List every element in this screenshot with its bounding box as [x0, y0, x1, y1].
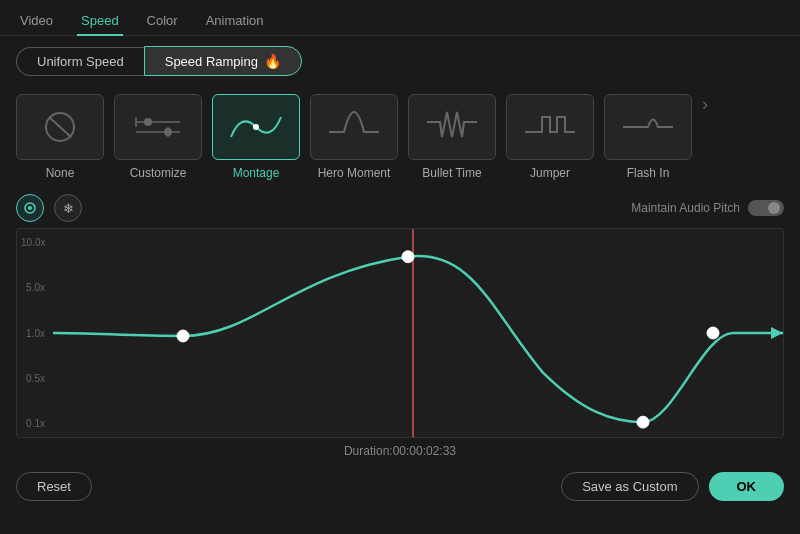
scroll-right-arrow[interactable]: ›	[702, 94, 708, 135]
preset-bullet-time[interactable]: Bullet Time	[408, 94, 496, 180]
save-custom-button[interactable]: Save as Custom	[561, 472, 698, 501]
toggle-knob	[768, 202, 780, 214]
preset-montage[interactable]: Montage	[212, 94, 300, 180]
preset-customize-box	[114, 94, 202, 160]
preset-bullet-time-box	[408, 94, 496, 160]
y-label-1x: 1.0x	[21, 328, 49, 339]
preset-customize[interactable]: Customize	[114, 94, 202, 180]
y-axis-labels: 10.0x 5.0x 1.0x 0.5x 0.1x	[17, 229, 53, 437]
graph-canvas[interactable]	[53, 229, 783, 437]
svg-point-8	[253, 124, 259, 130]
preset-customize-label: Customize	[130, 166, 187, 180]
svg-point-10	[28, 206, 32, 210]
y-label-05x: 0.5x	[21, 373, 49, 384]
presets-row: None Customize Montage	[0, 86, 800, 188]
top-tabs: Video Speed Color Animation	[0, 0, 800, 36]
preset-jumper-label: Jumper	[530, 166, 570, 180]
svg-point-19	[637, 416, 649, 428]
action-buttons: Save as Custom OK	[561, 472, 784, 501]
preset-montage-label: Montage	[233, 166, 280, 180]
preset-hero-moment-box	[310, 94, 398, 160]
maintain-audio-label: Maintain Audio Pitch	[631, 200, 784, 216]
preset-jumper[interactable]: Jumper	[506, 94, 594, 180]
bottom-bar: Reset Save as Custom OK	[0, 464, 800, 509]
ok-button[interactable]: OK	[709, 472, 785, 501]
speed-ramping-button[interactable]: Speed Ramping 🔥	[144, 46, 302, 76]
tab-animation[interactable]: Animation	[202, 7, 268, 36]
uniform-speed-button[interactable]: Uniform Speed	[16, 47, 144, 76]
preset-hero-moment-label: Hero Moment	[318, 166, 391, 180]
preset-none-label: None	[46, 166, 75, 180]
duration-bar: Duration:00:00:02:33	[0, 438, 800, 464]
svg-point-20	[707, 327, 719, 339]
y-label-01x: 0.1x	[21, 418, 49, 429]
tab-color[interactable]: Color	[143, 7, 182, 36]
reset-button[interactable]: Reset	[16, 472, 92, 501]
controls-row: ❄ Maintain Audio Pitch	[0, 188, 800, 228]
freeze-frame-button[interactable]: ❄	[54, 194, 82, 222]
preset-flash-in-box	[604, 94, 692, 160]
svg-line-1	[49, 117, 71, 137]
preset-none[interactable]: None	[16, 94, 104, 180]
svg-point-17	[177, 330, 189, 342]
maintain-audio-toggle[interactable]	[748, 200, 784, 216]
preset-flash-in-label: Flash In	[627, 166, 670, 180]
curve-tool-button[interactable]	[16, 194, 44, 222]
graph-area: 10.0x 5.0x 1.0x 0.5x 0.1x	[16, 228, 784, 438]
duration-text: Duration:00:00:02:33	[344, 444, 456, 458]
tab-video[interactable]: Video	[16, 7, 57, 36]
preset-montage-box	[212, 94, 300, 160]
preset-bullet-time-label: Bullet Time	[422, 166, 481, 180]
preset-jumper-box	[506, 94, 594, 160]
snowflake-icon: ❄	[63, 201, 74, 216]
svg-point-4	[144, 118, 152, 126]
mode-selector: Uniform Speed Speed Ramping 🔥	[0, 36, 800, 86]
y-label-10x: 10.0x	[21, 237, 49, 248]
preset-hero-moment[interactable]: Hero Moment	[310, 94, 398, 180]
fire-icon: 🔥	[264, 53, 281, 69]
tab-speed[interactable]: Speed	[77, 7, 123, 36]
preset-none-box	[16, 94, 104, 160]
preset-flash-in[interactable]: Flash In	[604, 94, 692, 180]
svg-point-18	[402, 251, 414, 263]
y-label-5x: 5.0x	[21, 282, 49, 293]
svg-marker-21	[771, 327, 783, 339]
